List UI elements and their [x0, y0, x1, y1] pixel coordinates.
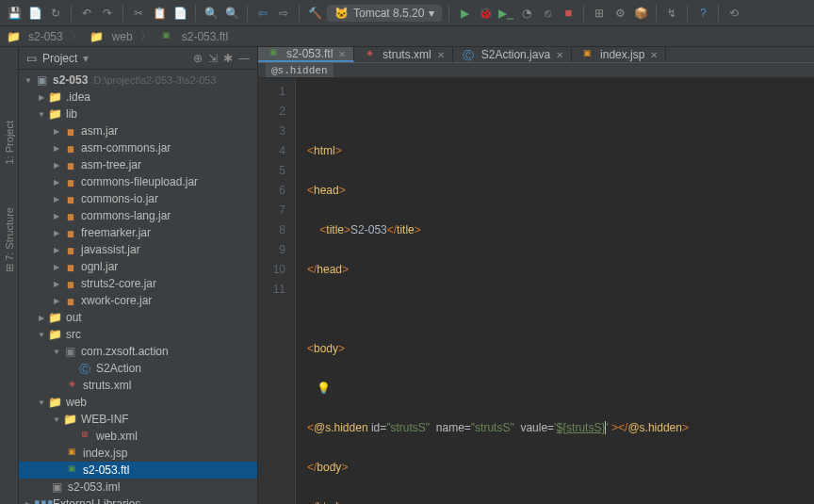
structure-icon[interactable]: ⚙	[611, 5, 628, 22]
tree-webxml[interactable]: 🗎web.xml	[19, 428, 257, 445]
help-icon[interactable]: ?	[694, 5, 711, 22]
jar-icon	[62, 260, 77, 273]
debug-icon[interactable]: 🐞	[477, 5, 494, 22]
update-icon[interactable]: ⟲	[725, 5, 742, 22]
redo-icon[interactable]: ↷	[99, 5, 116, 22]
xml-icon: 🗎	[77, 430, 92, 443]
tree-ftl[interactable]: ▣s2-053.ftl	[19, 462, 257, 479]
left-sidebar-tabs: 1: Project ⊞ 7: Structure	[0, 47, 19, 504]
tree-src[interactable]: ▼📁src	[19, 326, 257, 343]
run-icon[interactable]: ▶	[456, 5, 473, 22]
stop-icon[interactable]: ■	[560, 5, 577, 22]
tree-jar[interactable]: ▶commons-io.jar	[19, 190, 257, 207]
jar-icon	[62, 209, 77, 222]
project-tab[interactable]: 1: Project	[2, 113, 17, 171]
copy-icon[interactable]: 📋	[151, 5, 168, 22]
file-icon: ▣	[49, 480, 64, 494]
nav-folder[interactable]: 📁web	[90, 30, 133, 43]
jar-icon	[62, 175, 77, 188]
close-icon[interactable]: ✕	[650, 50, 658, 60]
xml-icon: ◈	[64, 379, 79, 392]
layout-icon[interactable]: ⊞	[591, 5, 608, 22]
run-config-label: Tomcat 8.5.20	[353, 7, 424, 20]
editor-tab[interactable]: ◈struts.xml✕	[354, 47, 452, 62]
folder-icon: 📁	[47, 107, 62, 121]
paste-icon[interactable]: 📄	[171, 5, 188, 22]
save-all-icon[interactable]: 📄	[26, 5, 43, 22]
bulb-icon[interactable]: 💡	[317, 382, 331, 395]
undo-icon[interactable]: ↶	[78, 5, 95, 22]
project-tree[interactable]: ▼▣s2-053D:\project\s2-053-3\s2-053 ▶📁.id…	[19, 70, 257, 504]
profile-icon[interactable]: ◔	[518, 5, 535, 22]
editor-area: ▣s2-053.ftl✕◈struts.xml✕ⒸS2Action.java✕▣…	[258, 47, 814, 504]
tree-jar[interactable]: ▶commons-lang.jar	[19, 207, 257, 224]
tree-ext-libs[interactable]: ▶▮▮▮External Libraries	[19, 496, 257, 504]
code-editor[interactable]: 1234567891011 <html> <head> <title>S2-05…	[258, 78, 814, 504]
sdk-icon[interactable]: 📦	[632, 5, 649, 22]
close-icon[interactable]: ✕	[556, 50, 563, 60]
folder-icon: 📁	[47, 90, 62, 104]
editor-breadcrumb: @s.hidden	[258, 63, 814, 78]
main-toolbar: 💾 📄 ↻ ↶ ↷ ✂ 📋 📄 🔍 🔍 ⇦ ⇨ 🔨 🐱 Tomcat 8.5.2…	[0, 0, 814, 26]
save-icon[interactable]: 💾	[6, 5, 23, 22]
tree-web[interactable]: ▼📁web	[19, 394, 257, 411]
run-config-dropdown[interactable]: 🐱 Tomcat 8.5.20 ▾	[327, 5, 442, 22]
editor-tab[interactable]: ▣index.jsp✕	[572, 47, 666, 62]
tree-pkg[interactable]: ▼▣com.zxsoft.action	[19, 343, 257, 360]
tree-indexjsp[interactable]: ▣index.jsp	[19, 445, 257, 462]
search-icon[interactable]: ↯	[663, 5, 680, 22]
tree-class[interactable]: ⒸS2Action	[19, 360, 257, 377]
tree-jar[interactable]: ▶javassist.jar	[19, 241, 257, 258]
tree-struts-xml[interactable]: ◈struts.xml	[19, 377, 257, 394]
scroll-from-icon[interactable]: ⊕	[193, 52, 203, 65]
editor-tab[interactable]: ▣s2-053.ftl✕	[258, 47, 354, 62]
tree-jar[interactable]: ▶xwork-core.jar	[19, 292, 257, 309]
tree-jar[interactable]: ▶ognl.jar	[19, 258, 257, 275]
tree-idea[interactable]: ▶📁.idea	[19, 89, 257, 106]
close-icon[interactable]: ✕	[338, 49, 346, 59]
jsp-icon: ▣	[64, 447, 79, 460]
folder-icon: 📁	[47, 328, 62, 341]
coverage-icon[interactable]: ▶⎯	[497, 5, 514, 22]
tree-jar[interactable]: ▶struts2-core.jar	[19, 275, 257, 292]
tree-webinf[interactable]: ▼📁WEB-INF	[19, 411, 257, 428]
tree-jar[interactable]: ▶freemarker.jar	[19, 224, 257, 241]
project-icon: ▭	[26, 52, 37, 65]
sync-icon[interactable]: ↻	[47, 5, 64, 22]
breadcrumb-item[interactable]: @s.hidden	[266, 63, 334, 77]
tree-lib[interactable]: ▼📁lib	[19, 106, 257, 122]
tree-jar[interactable]: ▶asm-commons.jar	[19, 139, 257, 156]
tree-jar[interactable]: ▶asm-tree.jar	[19, 156, 257, 173]
close-icon[interactable]: ✕	[437, 50, 445, 60]
gear-icon[interactable]: ✱	[223, 52, 233, 65]
tree-out[interactable]: ▶📁out	[19, 309, 257, 326]
attach-icon[interactable]: ⎋	[539, 5, 556, 22]
folder-icon: 📁	[47, 311, 62, 324]
project-panel: ▭ Project ▾ ⊕ ⇲ ✱ — ▼▣s2-053D:\project\s…	[19, 47, 258, 504]
nav-project[interactable]: 📁s2-053	[6, 30, 63, 43]
code-lines[interactable]: <html> <head> <title>S2-053</title> </he…	[296, 78, 814, 504]
jar-icon	[62, 158, 77, 171]
tree-iml[interactable]: ▣s2-053.iml	[19, 479, 257, 496]
folder-icon: 📁	[6, 30, 21, 43]
folder-icon: 📁	[62, 413, 77, 426]
forward-icon[interactable]: ⇨	[275, 5, 292, 22]
replace-icon[interactable]: 🔍	[223, 5, 240, 22]
structure-tab[interactable]: ⊞ 7: Structure	[1, 200, 17, 280]
tree-jar[interactable]: ▶commons-fileupload.jar	[19, 173, 257, 190]
jar-icon	[62, 141, 77, 154]
find-icon[interactable]: 🔍	[203, 5, 220, 22]
tree-root[interactable]: ▼▣s2-053D:\project\s2-053-3\s2-053	[19, 72, 257, 89]
cut-icon[interactable]: ✂	[130, 5, 147, 22]
chevron-down-icon: ▾	[429, 7, 434, 20]
navigation-bar: 📁s2-053 〉 📁web 〉 ▣s2-053.ftl	[0, 26, 814, 47]
editor-tab[interactable]: ⒸS2Action.java✕	[453, 47, 572, 62]
hide-icon[interactable]: —	[238, 52, 250, 65]
build-icon[interactable]: 🔨	[306, 5, 323, 22]
collapse-icon[interactable]: ⇲	[208, 52, 218, 65]
module-icon: ▣	[34, 73, 49, 87]
ftl-icon: ▣	[64, 463, 79, 477]
tree-jar[interactable]: ▶asm.jar	[19, 122, 257, 139]
back-icon[interactable]: ⇦	[254, 5, 271, 22]
nav-file[interactable]: ▣s2-053.ftl	[159, 30, 228, 43]
